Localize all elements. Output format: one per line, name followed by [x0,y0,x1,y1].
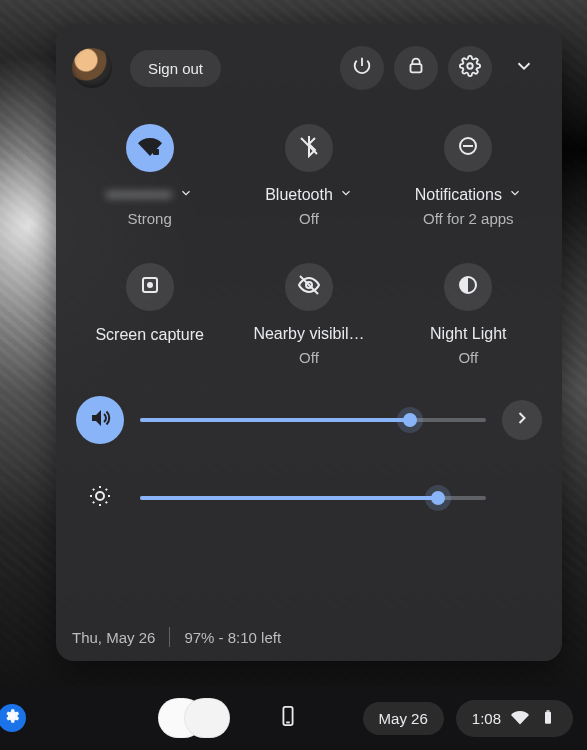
notifications-status: Off for 2 apps [423,210,514,227]
wifi-toggle[interactable] [126,124,174,172]
svg-line-16 [93,489,94,490]
wifi-title-row[interactable]: •••••••••• [107,186,193,204]
night-light-status: Off [458,349,478,366]
bluetooth-status: Off [299,210,319,227]
shelf-app-icon[interactable] [0,704,26,732]
night-light-icon [456,273,480,301]
screen-capture-button[interactable] [126,263,174,311]
night-light-toggle[interactable] [444,263,492,311]
status-tray[interactable]: 1:08 [456,700,573,737]
quick-settings-panel: Sign out [56,24,562,661]
shelf: May 26 1:08 [0,686,587,750]
panel-footer: Thu, May 26 97% - 8:10 left [72,627,281,647]
volume-icon [88,406,112,434]
footer-date: Thu, May 26 [72,629,155,646]
shelf-date-pill[interactable]: May 26 [363,702,444,735]
chevron-right-icon [512,408,532,432]
battery-icon [539,708,557,729]
screen-capture-label: Screen capture [95,325,204,345]
tile-night-light: Night Light Off [393,263,543,366]
nearby-title-row: Nearby visibil… [253,325,364,343]
svg-rect-23 [545,711,551,723]
nearby-visibility-toggle[interactable] [285,263,333,311]
lock-button[interactable] [394,46,438,90]
power-icon [351,55,373,81]
brightness-slider[interactable] [140,496,486,500]
phone-hub-button[interactable] [268,698,308,738]
do-not-disturb-icon [456,134,480,162]
svg-point-11 [96,492,104,500]
shelf-window-previews[interactable] [158,696,238,740]
wifi-network-name: •••••••••• [107,186,173,204]
tile-screen-capture: Screen capture [75,263,225,366]
svg-rect-2 [153,149,159,155]
audio-settings-button[interactable] [502,400,542,440]
night-light-title-row: Night Light [430,325,507,343]
chevron-down-icon [513,55,535,81]
visibility-off-icon [297,273,321,301]
tile-wifi: •••••••••• Strong [75,124,225,227]
divider [169,627,170,647]
collapse-button[interactable] [502,46,546,90]
notifications-title-row[interactable]: Notifications [415,186,522,204]
wifi-icon [511,708,529,729]
brightness-button[interactable] [76,474,124,522]
phone-icon [277,702,299,734]
svg-line-19 [106,489,107,490]
screen-capture-icon [138,273,162,301]
gear-icon [3,707,21,729]
chevron-down-icon [339,186,353,204]
tile-nearby-visibility: Nearby visibil… Off [234,263,384,366]
svg-line-18 [93,502,94,503]
lock-icon [405,55,427,81]
svg-point-7 [147,282,153,288]
tile-bluetooth: Bluetooth Off [234,124,384,227]
volume-slider[interactable] [140,418,486,422]
shelf-date: May 26 [379,710,428,727]
nearby-status: Off [299,349,319,366]
chevron-down-icon [508,186,522,204]
wifi-icon [138,134,162,162]
sliders [72,396,546,522]
quick-tiles: •••••••••• Strong Bluetooth Off [72,124,546,366]
volume-row [76,396,542,444]
footer-battery: 97% - 8:10 left [184,629,281,646]
sign-out-button[interactable]: Sign out [130,50,221,87]
bluetooth-toggle[interactable] [285,124,333,172]
settings-button[interactable] [448,46,492,90]
volume-button[interactable] [76,396,124,444]
svg-rect-24 [547,710,550,712]
gear-icon [459,55,481,81]
night-light-label: Night Light [430,325,507,343]
panel-header: Sign out [72,40,546,96]
svg-rect-0 [411,64,422,72]
bluetooth-label: Bluetooth [265,186,333,204]
bluetooth-title-row[interactable]: Bluetooth [265,186,353,204]
power-button[interactable] [340,46,384,90]
notifications-label: Notifications [415,186,502,204]
avatar[interactable] [72,48,112,88]
svg-point-1 [467,63,473,69]
brightness-row [76,474,542,522]
notifications-toggle[interactable] [444,124,492,172]
shelf-time: 1:08 [472,710,501,727]
wifi-status: Strong [128,210,172,227]
bluetooth-off-icon [297,134,321,162]
screen-capture-title-row: Screen capture [95,325,204,345]
tile-notifications: Notifications Off for 2 apps [393,124,543,227]
nearby-label: Nearby visibil… [253,325,364,343]
svg-line-17 [106,502,107,503]
chevron-down-icon [179,186,193,204]
brightness-icon [88,484,112,512]
